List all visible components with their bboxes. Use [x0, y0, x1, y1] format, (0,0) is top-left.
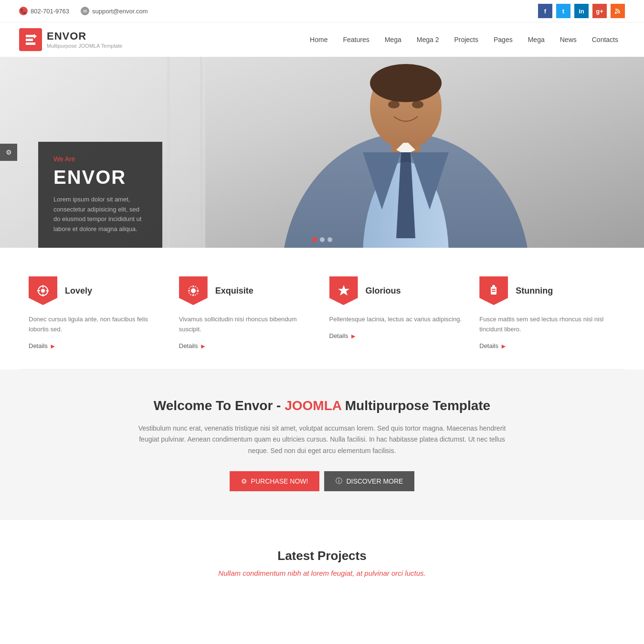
nav-mega2[interactable]: Mega 2: [410, 32, 446, 47]
social-icons: f t in g+: [538, 4, 625, 18]
twitter-icon[interactable]: t: [556, 4, 570, 18]
feature-desc-glorious: Pellentesque lacinia, lectus ac varius a…: [329, 315, 465, 325]
phone-icon: 📞: [19, 7, 28, 15]
hero-overlay: We Are ENVOR Lorem ipsum dolor sit amet,…: [38, 142, 162, 248]
projects-subtitle: Nullam condimentum nibh at lorem feugiat…: [19, 569, 625, 577]
hero-description: Lorem ipsum dolor sit amet, consectetur …: [53, 195, 147, 234]
feature-exquisite: Exquisite Vivamus sollicitudin nisi rhon…: [179, 276, 315, 350]
svg-point-11: [388, 101, 400, 108]
feature-link-stunning[interactable]: Details ►: [479, 342, 615, 350]
feature-desc-exquisite: Vivamus sollicitudin nisi rhoncus bibend…: [179, 315, 315, 335]
top-bar-contact: 📞 802-701-9763 ✉ support@envor.com: [19, 7, 148, 15]
logo-icon: [19, 28, 42, 51]
svg-point-17: [41, 289, 45, 293]
discover-button[interactable]: ⓘ DISCOVER MORE: [324, 471, 414, 491]
rss-icon[interactable]: [611, 4, 625, 18]
header: ENVOR Multipurpose JOOMLA Template Home …: [0, 22, 644, 57]
svg-point-12: [412, 101, 423, 108]
features-section: Lovely Donec cursus ligula ante, non fau…: [0, 248, 644, 369]
svg-rect-28: [492, 291, 496, 292]
top-bar: 📞 802-701-9763 ✉ support@envor.com f t i…: [0, 0, 644, 22]
googleplus-icon[interactable]: g+: [592, 4, 607, 18]
feature-link-lovely[interactable]: Details ►: [29, 342, 165, 350]
main-nav: Home Features Mega Mega 2 Projects Pages…: [303, 32, 625, 47]
nav-news[interactable]: News: [553, 32, 583, 47]
feature-header-lovely: Lovely: [29, 276, 165, 305]
nav-mega[interactable]: Mega: [378, 32, 408, 47]
cta-title-prefix: Welcome To: [154, 398, 235, 413]
cta-buttons: ⚙ PURCHASE NOW! ⓘ DISCOVER MORE: [19, 471, 625, 491]
slider-dot-3[interactable]: [327, 237, 332, 242]
svg-rect-27: [492, 289, 496, 290]
nav-contacts[interactable]: Contacts: [585, 32, 625, 47]
feature-header-exquisite: Exquisite: [179, 276, 315, 305]
projects-title-bold: Projects: [317, 549, 367, 563]
arrow-icon: ►: [200, 342, 207, 350]
feature-stunning: Stunning Fusce mattis sem sed lectus rho…: [479, 276, 615, 350]
feature-header-stunning: Stunning: [479, 276, 615, 305]
cta-title: Welcome To Envor - JOOMLA Multipurpose T…: [19, 398, 625, 413]
projects-title-prefix: Latest: [277, 549, 317, 563]
feature-icon-exquisite: [179, 276, 208, 305]
svg-point-0: [615, 12, 617, 14]
svg-rect-3: [167, 57, 170, 248]
linkedin-icon[interactable]: in: [574, 4, 589, 18]
feature-lovely: Lovely Donec cursus ligula ante, non fau…: [29, 276, 165, 350]
discover-icon: ⓘ: [336, 477, 342, 486]
brand-tagline: Multipurpose JOOMLA Template: [47, 43, 122, 49]
nav-projects[interactable]: Projects: [447, 32, 485, 47]
feature-icon-stunning: [479, 276, 508, 305]
arrow-icon: ►: [350, 332, 357, 340]
email-item: ✉ support@envor.com: [81, 7, 148, 15]
hero-we-are: We Are: [53, 155, 147, 163]
feature-title-stunning: Stunning: [516, 286, 553, 296]
feature-icon-glorious: [329, 276, 358, 305]
feature-link-exquisite[interactable]: Details ►: [179, 342, 315, 350]
cta-section: Welcome To Envor - JOOMLA Multipurpose T…: [0, 370, 644, 520]
slider-dot-2[interactable]: [320, 237, 325, 242]
purchase-button[interactable]: ⚙ PURCHASE NOW!: [230, 471, 320, 491]
slider-dot-1[interactable]: [312, 237, 317, 242]
slider-dots: [312, 237, 332, 242]
hero-title: ENVOR: [53, 167, 147, 188]
feature-desc-stunning: Fusce mattis sem sed lectus rhoncus nisl…: [479, 315, 615, 335]
svg-marker-24: [338, 285, 349, 296]
svg-point-10: [370, 64, 442, 102]
feature-header-glorious: Glorious: [329, 276, 465, 305]
hero-section: ⚙ We Are ENVOR Lorem ipsum dolor sit ame…: [0, 57, 644, 248]
feature-title-glorious: Glorious: [366, 286, 401, 296]
purchase-label: PURCHASE NOW!: [251, 477, 308, 485]
nav-mega3[interactable]: Mega: [521, 32, 551, 47]
svg-rect-29: [493, 285, 495, 286]
email-address: support@envor.com: [92, 8, 148, 15]
facebook-icon[interactable]: f: [538, 4, 552, 18]
feature-desc-lovely: Donec cursus ligula ante, non faucibus f…: [29, 315, 165, 335]
nav-features[interactable]: Features: [336, 32, 376, 47]
feature-glorious: Glorious Pellentesque lacinia, lectus ac…: [329, 276, 465, 350]
gear-icon: ⚙: [6, 148, 12, 156]
phone-item: 📞 802-701-9763: [19, 7, 69, 15]
cta-highlight: JOOMLA: [285, 398, 341, 413]
feature-title-exquisite: Exquisite: [215, 286, 253, 296]
cta-brand: Envor: [235, 398, 273, 413]
email-icon: ✉: [81, 7, 89, 15]
arrow-icon: ►: [500, 342, 507, 350]
svg-rect-4: [201, 57, 202, 248]
settings-button[interactable]: ⚙: [0, 144, 17, 161]
projects-section: Latest Projects Nullam condimentum nibh …: [0, 520, 644, 606]
cta-separator: -: [276, 398, 285, 413]
purchase-icon: ⚙: [241, 477, 247, 485]
logo-text: ENVOR Multipurpose JOOMLA Template: [47, 30, 122, 49]
nav-pages[interactable]: Pages: [487, 32, 519, 47]
discover-label: DISCOVER MORE: [346, 477, 403, 485]
logo[interactable]: ENVOR Multipurpose JOOMLA Template: [19, 28, 122, 51]
feature-icon-lovely: [29, 276, 57, 305]
feature-title-lovely: Lovely: [65, 286, 92, 296]
svg-point-22: [191, 288, 196, 293]
cta-suffix: Multipurpose Template: [345, 398, 490, 413]
phone-number: 802-701-9763: [31, 8, 69, 15]
brand-name: ENVOR: [47, 30, 122, 42]
nav-home[interactable]: Home: [303, 32, 334, 47]
projects-title: Latest Projects: [19, 549, 625, 563]
feature-link-glorious[interactable]: Details ►: [329, 332, 465, 340]
